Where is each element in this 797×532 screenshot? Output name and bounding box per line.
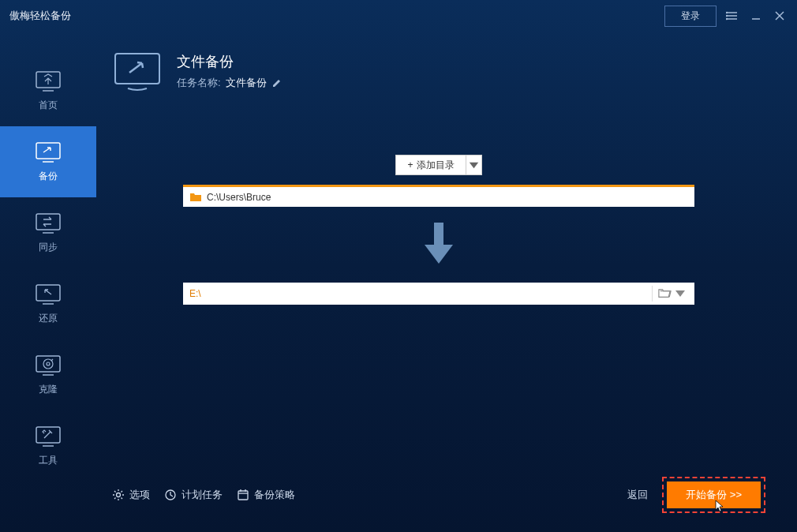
- add-directory-label: 添加目录: [417, 159, 455, 172]
- svg-point-3: [727, 13, 728, 13]
- sync-monitor-icon: [35, 212, 62, 234]
- sidebar-item-backup[interactable]: 备份: [0, 126, 96, 197]
- sidebar-item-home[interactable]: 首页: [0, 55, 96, 126]
- layout: 首页 备份 同步 还原 克隆: [0, 32, 797, 532]
- svg-rect-15: [36, 285, 60, 301]
- calendar-icon: [237, 489, 249, 501]
- sidebar-item-clone[interactable]: 克隆: [0, 339, 96, 410]
- schedule-label: 计划任务: [181, 488, 223, 502]
- strategy-label: 备份策略: [254, 488, 295, 502]
- header-text: 文件备份 任务名称: 文件备份: [177, 52, 283, 90]
- start-backup-button[interactable]: 开始备份 >>: [667, 481, 761, 508]
- folder-icon: [189, 191, 202, 204]
- svg-line-21: [51, 359, 53, 361]
- file-backup-header-icon: [112, 51, 163, 92]
- svg-rect-28: [238, 491, 248, 500]
- sidebar-item-label: 首页: [39, 99, 58, 112]
- plus-icon: +: [407, 159, 413, 170]
- task-name-value: 文件备份: [226, 76, 267, 90]
- svg-rect-25: [434, 223, 443, 246]
- svg-point-4: [727, 16, 728, 17]
- backup-config-content: + 添加目录 C:\Users\Bruce E:\: [112, 123, 765, 467]
- strategy-button[interactable]: 备份策略: [237, 488, 295, 502]
- app-title: 傲梅轻松备份: [9, 9, 71, 23]
- titlebar-left: 傲梅轻松备份: [9, 9, 71, 23]
- svg-rect-17: [36, 356, 60, 372]
- add-directory-dropdown-icon[interactable]: [466, 155, 482, 175]
- restore-monitor-icon: [35, 283, 62, 305]
- close-icon[interactable]: [772, 8, 788, 24]
- options-label: 选项: [129, 488, 150, 502]
- home-monitor-icon: [35, 70, 62, 92]
- sidebar-item-tools[interactable]: 工具: [0, 410, 96, 481]
- svg-point-20: [47, 362, 50, 365]
- source-path-text: C:\Users\Bruce: [207, 192, 688, 203]
- minimize-icon[interactable]: [748, 8, 764, 24]
- svg-rect-11: [36, 143, 60, 159]
- tools-monitor-icon: [35, 425, 62, 448]
- sidebar-item-sync[interactable]: 同步: [0, 197, 96, 268]
- footer-right: 返回 开始备份 >>: [627, 477, 765, 513]
- options-button[interactable]: 选项: [112, 488, 150, 502]
- svg-point-5: [727, 19, 728, 20]
- svg-point-26: [117, 493, 121, 497]
- backup-monitor-icon: [35, 141, 62, 163]
- add-directory-button[interactable]: + 添加目录: [395, 155, 466, 175]
- svg-rect-24: [115, 54, 159, 84]
- task-name-label: 任务名称:: [177, 76, 221, 90]
- titlebar: 傲梅轻松备份 登录: [0, 0, 797, 32]
- start-button-highlight: 开始备份 >>: [662, 477, 765, 513]
- add-directory-row: + 添加目录: [395, 155, 481, 175]
- destination-path-box[interactable]: E:\: [183, 283, 694, 305]
- page-header: 文件备份 任务名称: 文件备份: [112, 51, 765, 92]
- sidebar: 首页 备份 同步 还原 克隆: [0, 32, 96, 532]
- sidebar-item-label: 工具: [39, 454, 58, 467]
- task-name-row: 任务名称: 文件备份: [177, 76, 283, 90]
- footer-left: 选项 计划任务 备份策略: [112, 488, 295, 502]
- sidebar-item-label: 克隆: [39, 383, 58, 396]
- titlebar-right: 登录: [664, 6, 788, 27]
- arrow-down-icon: [420, 221, 458, 268]
- sidebar-item-restore[interactable]: 还原: [0, 268, 96, 339]
- back-button[interactable]: 返回: [627, 488, 648, 502]
- sidebar-item-label: 同步: [39, 241, 58, 254]
- clock-icon: [164, 489, 177, 501]
- main-content: 文件备份 任务名称: 文件备份 + 添加目录: [96, 32, 797, 532]
- page-title: 文件备份: [177, 52, 283, 71]
- footer: 选项 计划任务 备份策略 返回 开始备份 >>: [112, 467, 765, 519]
- sidebar-item-label: 备份: [39, 170, 58, 183]
- menu-list-icon[interactable]: [724, 8, 740, 24]
- schedule-button[interactable]: 计划任务: [164, 488, 223, 502]
- svg-rect-22: [36, 427, 60, 443]
- destination-path-text: E:\: [189, 288, 652, 299]
- login-button[interactable]: 登录: [664, 6, 717, 27]
- source-path-box[interactable]: C:\Users\Bruce: [183, 185, 694, 207]
- browse-folder-icon[interactable]: [652, 286, 672, 302]
- clone-monitor-icon: [35, 354, 62, 377]
- edit-pencil-icon[interactable]: [271, 77, 283, 88]
- gear-icon: [112, 489, 125, 501]
- sidebar-item-label: 还原: [39, 312, 58, 325]
- svg-rect-13: [36, 214, 60, 230]
- destination-dropdown-icon[interactable]: [672, 286, 688, 302]
